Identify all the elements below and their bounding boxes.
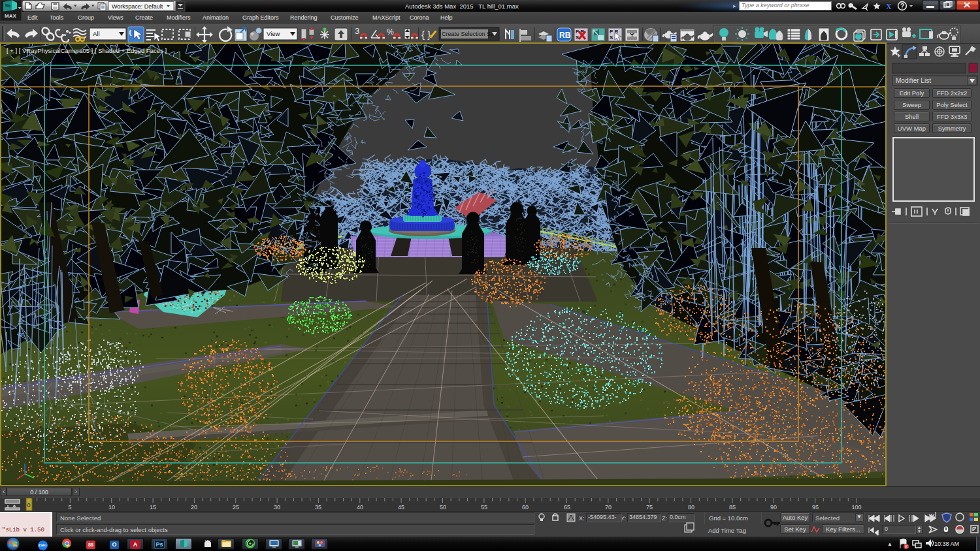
svg-text:65: 65 [564,504,570,511]
svg-text:100: 100 [851,504,861,511]
svg-text:Modifier List: Modifier List [896,77,931,84]
svg-text:Create Selection Se: Create Selection Se [442,31,494,37]
svg-text:45: 45 [398,504,404,511]
svg-text:90: 90 [770,504,777,511]
svg-text:70: 70 [605,504,612,511]
svg-text:60: 60 [522,504,529,511]
svg-text:10: 10 [108,504,115,511]
svg-text:All: All [93,30,100,37]
svg-text:35: 35 [315,504,321,511]
svg-text:X: X [886,2,892,11]
svg-text:55: 55 [481,504,487,511]
svg-text:80: 80 [688,504,694,511]
svg-text:95: 95 [812,504,819,511]
svg-text:Z:: Z: [662,515,667,522]
svg-text:20: 20 [191,504,197,511]
svg-text:50: 50 [440,504,446,511]
svg-text:0: 0 [27,502,30,509]
svg-text:?: ? [900,3,904,10]
svg-text:75: 75 [646,504,653,511]
svg-text:40: 40 [357,504,363,511]
svg-text:85: 85 [729,504,736,511]
svg-text:X:: X: [579,515,585,522]
svg-text:5: 5 [68,504,71,511]
svg-text:%: % [387,27,394,37]
svg-text:25: 25 [233,504,239,511]
svg-text:Workspace: Default: Workspace: Default [112,3,163,10]
svg-text:30: 30 [274,504,280,511]
svg-text:3: 3 [355,26,359,36]
svg-text:RB: RB [559,31,571,40]
svg-text:MAX: MAX [5,13,16,19]
svg-text:S: S [610,35,613,40]
svg-text:View: View [267,30,280,37]
svg-text:15: 15 [150,504,156,511]
svg-text:P R: P R [610,29,618,35]
